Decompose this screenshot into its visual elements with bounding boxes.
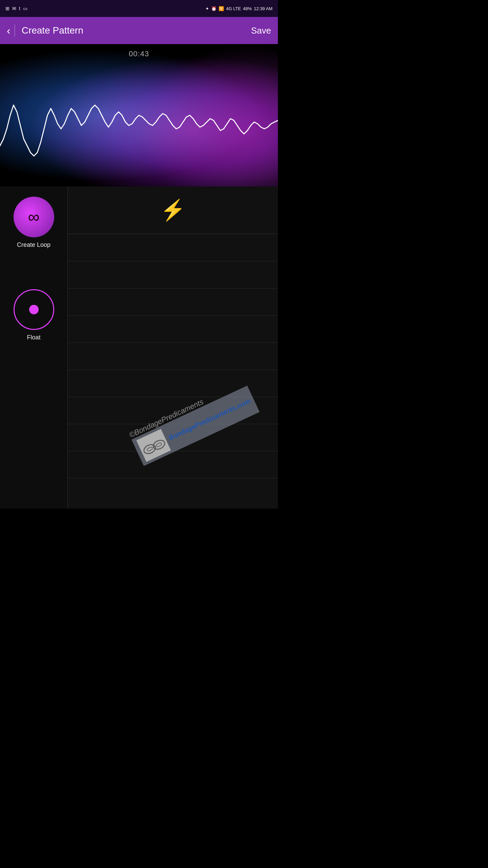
picture-icon: ⊞: [5, 6, 9, 11]
toolbar-divider: [15, 24, 15, 37]
status-icons: ⊞ ✉ t ▭: [5, 6, 27, 11]
signal-label: 4G LTE: [226, 6, 241, 11]
create-loop-item[interactable]: ∞ Create Loop: [14, 197, 54, 249]
create-loop-label: Create Loop: [17, 241, 50, 249]
grid-line-4: [68, 342, 278, 343]
tablet-icon: ▭: [23, 6, 27, 11]
grid-line-1: [68, 261, 278, 261]
grid-line-9: [68, 478, 278, 478]
alarm-icon: ⏰: [211, 6, 217, 11]
svg-point-1: [151, 438, 166, 451]
page-title: Create Pattern: [22, 25, 251, 36]
create-loop-button[interactable]: ∞: [14, 197, 54, 237]
back-button[interactable]: ‹: [7, 24, 11, 37]
tumblr-icon: t: [19, 6, 20, 11]
watermark: ©BondagePredicaments BondagePredicaments…: [128, 377, 260, 466]
float-button[interactable]: [14, 289, 54, 330]
bluetooth-icon: ✦: [205, 6, 209, 11]
lower-section: ∞ Create Loop Float ⚡: [0, 186, 278, 509]
mail-icon: ✉: [12, 6, 16, 11]
wifi-icon: 🛜: [219, 6, 224, 11]
grid-area[interactable]: ©BondagePredicaments BondagePredicaments…: [68, 234, 278, 509]
battery-label: 48%: [243, 6, 252, 11]
lightning-section: ⚡: [68, 186, 278, 234]
status-bar: ⊞ ✉ t ▭ ✦ ⏰ 🛜 4G LTE 48% 12:39 AM: [0, 0, 278, 17]
grid-line-2: [68, 288, 278, 289]
float-label: Float: [27, 334, 40, 341]
status-right: ✦ ⏰ 🛜 4G LTE 48% 12:39 AM: [205, 6, 272, 11]
svg-rect-4: [156, 442, 162, 447]
lightning-icon: ⚡: [160, 200, 186, 220]
float-item[interactable]: Float: [14, 289, 54, 341]
infinity-icon: ∞: [28, 209, 39, 225]
waveform-area[interactable]: 00:43: [0, 44, 278, 186]
waveform-svg: [0, 71, 278, 186]
float-dot: [29, 305, 39, 314]
watermark-line2: BondagePredicaments.com: [167, 397, 251, 442]
left-sidebar: ∞ Create Loop Float: [0, 186, 68, 509]
waveform-timestamp: 00:43: [129, 50, 149, 58]
grid-line-3: [68, 315, 278, 316]
grid-line-5: [68, 370, 278, 370]
save-button[interactable]: Save: [251, 25, 271, 36]
toolbar: ‹ Create Pattern Save: [0, 17, 278, 44]
time-label: 12:39 AM: [254, 6, 272, 11]
svg-rect-3: [146, 447, 152, 451]
timeline-area[interactable]: ⚡ ©BondagePredicame: [68, 186, 278, 509]
